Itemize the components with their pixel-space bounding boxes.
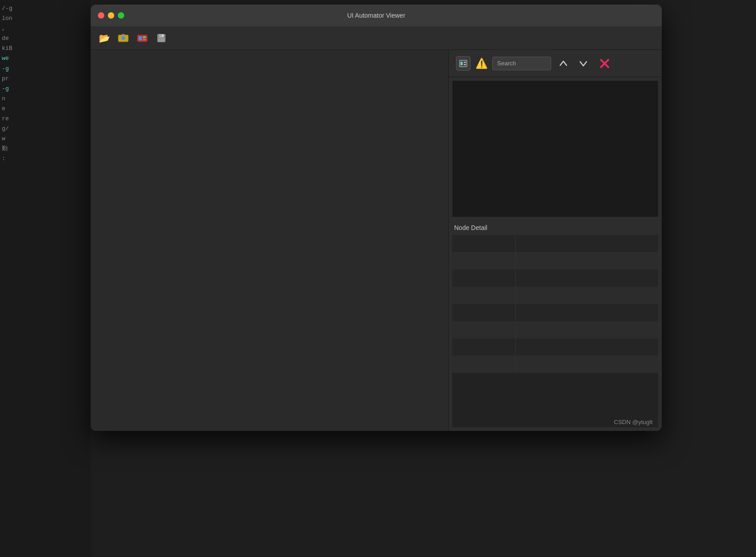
bg-line: pr [2, 74, 89, 84]
inspect-button[interactable] [134, 30, 150, 46]
bg-line: e [2, 104, 89, 114]
prev-button[interactable] [556, 58, 571, 69]
bg-line: kiB [2, 44, 89, 54]
toggle-search-button[interactable] [456, 56, 470, 71]
node-detail-title: Node Detail [452, 220, 658, 235]
left-panel [91, 50, 449, 431]
table-row [452, 321, 658, 338]
table-cell-key [452, 304, 516, 321]
table-row [452, 338, 658, 356]
table-cell-value [516, 321, 658, 338]
screenshot-button[interactable] [115, 30, 131, 46]
bg-line: -g [2, 84, 89, 94]
search-input[interactable] [492, 57, 551, 70]
svg-point-1 [121, 36, 125, 40]
bg-line: de [2, 34, 89, 44]
svg-rect-14 [464, 64, 466, 65]
minimize-button[interactable] [108, 12, 114, 19]
open-folder-button[interactable]: 📂 [96, 30, 112, 46]
bg-line: /-g [2, 4, 89, 14]
svg-rect-5 [143, 36, 146, 38]
title-bar: UI Automator Viewer [91, 5, 662, 26]
svg-rect-10 [162, 34, 164, 37]
window-title: UI Automator Viewer [347, 12, 405, 19]
next-button[interactable] [576, 58, 591, 69]
toolbar: 📂 [91, 26, 662, 50]
bg-line: re [2, 114, 89, 124]
maximize-button[interactable] [118, 12, 124, 19]
table-row [452, 287, 658, 304]
main-content: ⚠️ [91, 50, 662, 431]
table-cell-value [516, 287, 658, 304]
screenshot-preview [452, 81, 658, 217]
node-detail-section: Node Detail [449, 220, 662, 431]
table-cell-key [452, 287, 516, 304]
svg-rect-12 [460, 62, 463, 65]
table-cell-key [452, 252, 516, 269]
save-button[interactable] [153, 30, 170, 46]
code-area [91, 50, 448, 57]
close-search-button[interactable] [596, 56, 614, 71]
bg-line: -g [2, 64, 89, 74]
table-cell-value [516, 269, 658, 287]
node-detail-table [452, 235, 658, 427]
table-cell-value [516, 252, 658, 269]
table-cell-key [452, 321, 516, 338]
table-row [452, 356, 658, 373]
table-row [452, 252, 658, 269]
bg-line: 動 [2, 144, 89, 154]
table-cell-key [452, 356, 516, 373]
bg-line: we [2, 54, 89, 64]
main-window: UI Automator Viewer 📂 [91, 5, 662, 431]
table-cell-key [452, 338, 516, 356]
close-button[interactable] [98, 12, 104, 19]
bg-line: g/ [2, 124, 89, 134]
table-cell-key [452, 269, 516, 287]
table-cell-value [516, 338, 658, 356]
right-panel: ⚠️ [449, 50, 662, 431]
bg-line: n [2, 94, 89, 104]
table-cell-value [516, 235, 658, 252]
svg-rect-9 [158, 39, 165, 42]
svg-rect-4 [139, 36, 142, 40]
search-area: ⚠️ [449, 50, 662, 77]
traffic-lights [98, 12, 124, 19]
table-cell-value [516, 304, 658, 321]
svg-rect-2 [122, 34, 125, 35]
bg-line: , [2, 24, 89, 34]
table-cell-value [516, 356, 658, 373]
warning-icon: ⚠️ [475, 57, 488, 70]
table-row [452, 269, 658, 287]
table-row [452, 304, 658, 321]
bg-line: lon [2, 14, 89, 24]
table-row [452, 235, 658, 252]
svg-rect-13 [464, 62, 466, 63]
watermark: CSDN @ytugIt [614, 419, 653, 425]
bg-line: : [2, 154, 89, 164]
background-terminal: /-g lon , de kiB we -g pr -g n e re g/ w… [0, 0, 91, 557]
svg-rect-6 [143, 39, 146, 40]
table-cell-key [452, 235, 516, 252]
bg-line: w [2, 134, 89, 144]
